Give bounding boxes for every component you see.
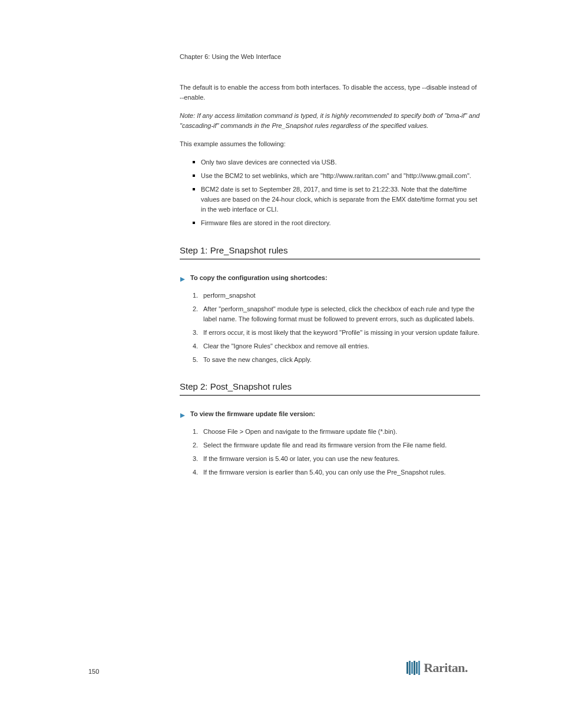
list-item: Use the BCM2 to set weblinks, which are … [193,171,480,181]
config-copy-list: Only two slave devices are connected via… [193,157,480,228]
intro-note-paragraph: Note: If any access limitation command i… [180,111,480,131]
list-item: 2.After "perform_snapshot" module type i… [193,304,480,324]
arrow-right-icon [180,274,186,285]
logo-mark-icon [406,661,420,675]
intro-note-end: rules regardless of the specified values… [315,122,428,129]
section-heading-step1: Step 1: Pre_Snapshot rules [180,245,480,259]
page-number: 150 [88,668,99,675]
list-item: 5.To save the new changes, click Apply. [193,355,480,365]
list-item: 4.If the firmware version is earlier tha… [193,467,480,477]
procedure-line: To copy the configuration using shortcod… [180,274,480,285]
list-item: 1.perform_snapshot [193,291,480,301]
procedure-label: To view the firmware update file version… [190,410,315,419]
list-item: Firmware files are stored in the root di… [193,218,480,228]
section2-list: 1.Choose File > Open and navigate to the… [193,427,480,477]
svg-marker-0 [180,277,185,282]
list-item: 4.Clear the "Ignore Rules" checkbox and … [193,341,480,351]
list-item: BCM2 date is set to September 28, 2017, … [193,185,480,215]
list-item: 3.If the firmware version is 5.40 or lat… [193,454,480,464]
list-item: 1.Choose File > Open and navigate to the… [193,427,480,437]
intro-paragraph-1: The default is to enable the access from… [180,83,480,103]
procedure-line: To view the firmware update file version… [180,410,480,421]
list-item: Only two slave devices are connected via… [193,157,480,167]
svg-marker-1 [180,413,185,418]
list-item: 3.If errors occur, it is most likely tha… [193,328,480,338]
intro-note-prefix: Note: If any access limitation command i… [180,112,399,119]
section-heading-step2: Step 2: Post_Snapshot rules [180,381,480,396]
arrow-right-icon [180,410,186,421]
brand-logo: Raritan. [406,660,468,676]
logo-text: Raritan. [424,660,468,676]
chapter-header: Chapter 6: Using the Web Interface [180,53,480,60]
list-item: 2.Select the firmware update file and re… [193,440,480,450]
config-copy-intro: This example assumes the following: [180,139,480,149]
procedure-label: To copy the configuration using shortcod… [190,274,328,282]
section1-list: 1.perform_snapshot 2.After "perform_snap… [193,291,480,365]
